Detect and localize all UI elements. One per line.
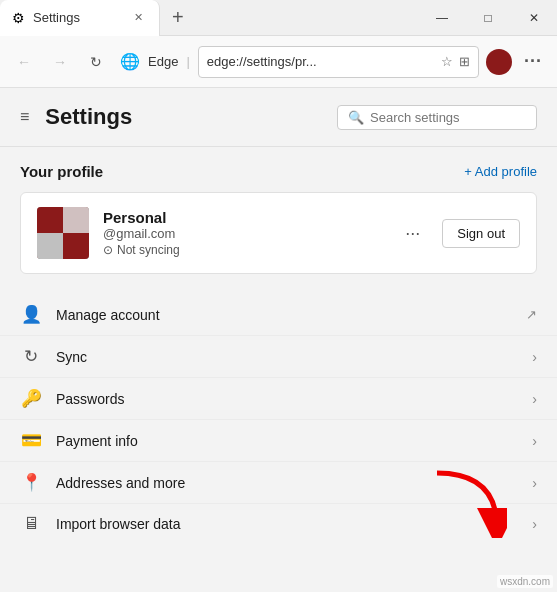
- search-icon: 🔍: [348, 110, 364, 125]
- url-separator: |: [186, 54, 189, 69]
- menu-item-label: Addresses and more: [56, 475, 518, 491]
- profile-section: Your profile + Add profile Personal @gma…: [0, 147, 557, 290]
- profile-more-button[interactable]: ···: [397, 219, 428, 248]
- menu-item-icon: 👤: [20, 304, 42, 325]
- profile-header: Your profile + Add profile: [20, 163, 537, 180]
- chevron-right-icon: ›: [532, 433, 537, 449]
- menu-item-icon: 💳: [20, 430, 42, 451]
- menu-item[interactable]: 💳 Payment info ›: [0, 420, 557, 462]
- profile-sync-status: ⊙ Not syncing: [103, 243, 383, 257]
- profile-info: Personal @gmail.com ⊙ Not syncing: [103, 209, 383, 257]
- external-link-icon: ↗: [526, 307, 537, 322]
- menu-item-label: Manage account: [56, 307, 512, 323]
- profile-avatar-img: [486, 49, 512, 75]
- tab-close-button[interactable]: ✕: [130, 9, 147, 26]
- not-syncing-icon: ⊙: [103, 243, 113, 257]
- svg-rect-4: [63, 207, 89, 233]
- search-input[interactable]: [370, 110, 510, 125]
- tab-title: Settings: [33, 10, 122, 25]
- profile-card: Personal @gmail.com ⊙ Not syncing ··· Si…: [20, 192, 537, 274]
- forward-button[interactable]: →: [44, 46, 76, 78]
- menu-items-container: 👤 Manage account ↗ ↻ Sync › 🔑 Passwords …: [0, 294, 557, 544]
- browser-tab[interactable]: ⚙ Settings ✕: [0, 0, 160, 36]
- address-bar: ← → ↻ 🌐 Edge | edge://settings/pr... ☆ ⊞…: [0, 36, 557, 88]
- window-controls: — □ ✕: [419, 0, 557, 36]
- edge-label: Edge: [148, 54, 178, 69]
- menu-item[interactable]: ↻ Sync ›: [0, 336, 557, 378]
- menu-list: 👤 Manage account ↗ ↻ Sync › 🔑 Passwords …: [0, 290, 557, 548]
- sync-label: Not syncing: [117, 243, 180, 257]
- chevron-right-icon: ›: [532, 349, 537, 365]
- chevron-right-icon: ›: [532, 516, 537, 532]
- menu-item-icon: ↻: [20, 346, 42, 367]
- main-content: ≡ Settings 🔍 Your profile + Add profile: [0, 88, 557, 592]
- menu-item-icon: 📍: [20, 472, 42, 493]
- toolbar-icons: ···: [483, 46, 549, 78]
- menu-item-icon: 🔑: [20, 388, 42, 409]
- svg-rect-2: [63, 233, 89, 259]
- menu-item-label: Payment info: [56, 433, 518, 449]
- menu-item[interactable]: 🔑 Passwords ›: [0, 378, 557, 420]
- refresh-button[interactable]: ↻: [80, 46, 112, 78]
- back-button[interactable]: ←: [8, 46, 40, 78]
- svg-rect-1: [37, 207, 63, 233]
- chevron-right-icon: ›: [532, 391, 537, 407]
- your-profile-heading: Your profile: [20, 163, 103, 180]
- menu-item-label: Sync: [56, 349, 518, 365]
- maximize-button[interactable]: □: [465, 0, 511, 36]
- profile-name: Personal: [103, 209, 383, 226]
- add-profile-button[interactable]: + Add profile: [464, 164, 537, 179]
- extensions-icon[interactable]: ⊞: [459, 54, 470, 69]
- page-title: Settings: [45, 104, 321, 130]
- new-tab-button[interactable]: +: [164, 6, 192, 29]
- profile-picture: [37, 207, 89, 259]
- menu-item[interactable]: 👤 Manage account ↗: [0, 294, 557, 336]
- chevron-right-icon: ›: [532, 475, 537, 491]
- menu-item-label: Passwords: [56, 391, 518, 407]
- star-icon[interactable]: ☆: [441, 54, 453, 69]
- profile-email: @gmail.com: [103, 226, 383, 241]
- profile-avatar-button[interactable]: [483, 46, 515, 78]
- hamburger-menu-button[interactable]: ≡: [20, 108, 29, 126]
- sign-out-button[interactable]: Sign out: [442, 219, 520, 248]
- menu-item-label: Import browser data: [56, 516, 518, 532]
- more-options-button[interactable]: ···: [517, 46, 549, 78]
- minimize-button[interactable]: —: [419, 0, 465, 36]
- url-bar[interactable]: edge://settings/pr... ☆ ⊞: [198, 46, 479, 78]
- tab-favicon: ⚙: [12, 10, 25, 26]
- title-bar: ⚙ Settings ✕ + — □ ✕: [0, 0, 557, 36]
- svg-rect-3: [37, 233, 63, 259]
- url-text: edge://settings/pr...: [207, 54, 435, 69]
- search-box[interactable]: 🔍: [337, 105, 537, 130]
- settings-header: ≡ Settings 🔍: [0, 88, 557, 147]
- menu-item[interactable]: 🖥 Import browser data ›: [0, 504, 557, 544]
- close-button[interactable]: ✕: [511, 0, 557, 36]
- edge-logo-icon: 🌐: [120, 52, 140, 71]
- watermark: wsxdn.com: [497, 575, 553, 588]
- menu-item[interactable]: 📍 Addresses and more ›: [0, 462, 557, 504]
- menu-item-icon: 🖥: [20, 514, 42, 534]
